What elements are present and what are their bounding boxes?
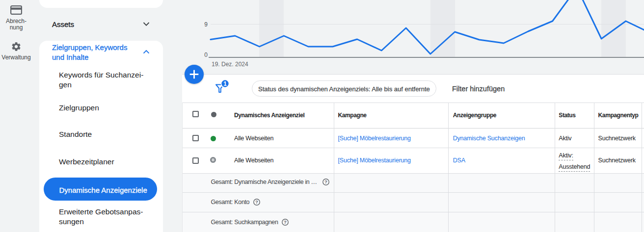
svg-text:?: ? [255, 200, 258, 205]
svg-text:1: 1 [223, 80, 227, 87]
svg-text:?: ? [284, 219, 287, 225]
svg-text:?: ? [324, 180, 327, 185]
